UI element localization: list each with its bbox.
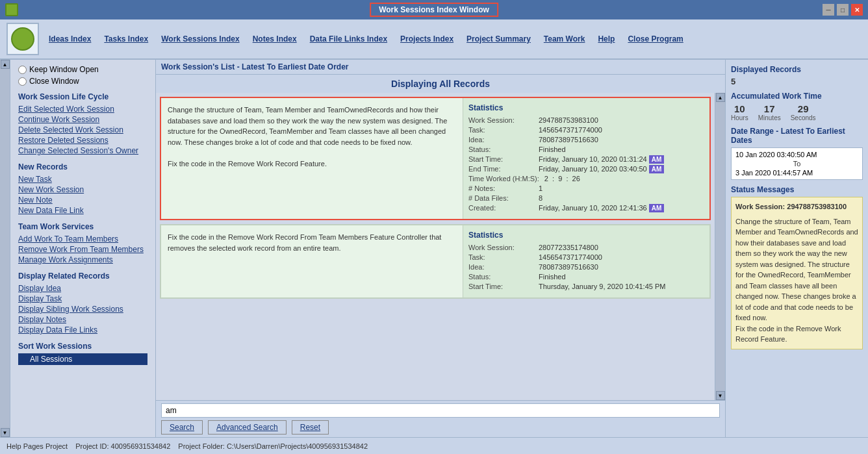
all-sessions-item[interactable]: All Sessions	[18, 353, 147, 365]
window-title: Work Sessions Index Window	[370, 3, 498, 17]
sidebar: Keep Window Open Close Window Work Sessi…	[10, 60, 156, 370]
record-card-2[interactable]: Fix the code in the Remove Work Record F…	[160, 224, 711, 299]
status-project: Help Pages Project	[6, 442, 68, 450]
reset-button[interactable]: Reset	[292, 420, 329, 435]
nav-links: Ideas Index Tasks Index Work Sessions In…	[49, 34, 683, 44]
close-window-radio[interactable]	[18, 77, 27, 86]
nav-work-sessions-index[interactable]: Work Sessions Index	[161, 34, 240, 44]
edit-selected-work-session[interactable]: Edit Selected Work Session	[18, 104, 147, 114]
record-stats-1: Statistics Work Session: 294788753983100…	[463, 98, 709, 219]
sidebar-scroll-down[interactable]: ▼	[1, 428, 10, 437]
status-message-text: Change the structure of Team, Team Membe…	[735, 216, 858, 345]
end-am-badge-1: AM	[649, 165, 665, 173]
date-range-title: Date Range - Latest To Earliest Dates	[731, 127, 863, 145]
status-project-folder: Project Folder: C:\Users\Darren\Projects…	[178, 442, 368, 450]
nav-close-program[interactable]: Close Program	[628, 34, 683, 44]
date-to-value: 3 Jan 2020 01:44:57 AM	[735, 169, 858, 177]
new-task[interactable]: New Task	[18, 174, 147, 184]
records-container: ▲ ▼ Change the structure of Team, Team M…	[156, 93, 725, 400]
stats-notes-1: # Notes: 1	[468, 184, 704, 192]
all-sessions-radio-indicator	[21, 356, 27, 362]
stats-start-time-2: Start Time: Thursday, January 9, 2020 10…	[468, 283, 704, 290]
close-window-option[interactable]: Close Window	[18, 77, 147, 86]
search-buttons: Search Advanced Search Reset	[161, 420, 720, 435]
stats-data-files-1: # Data Files: 8	[468, 194, 704, 202]
hours-stat: 10 Hours	[731, 103, 748, 121]
nav-tasks-index[interactable]: Tasks Index	[104, 34, 148, 44]
nav-help[interactable]: Help	[598, 34, 615, 44]
new-work-session[interactable]: New Work Session	[18, 184, 147, 195]
status-project-id: Project ID: 400956931534842	[75, 442, 170, 450]
content-title: Displaying All Records	[156, 75, 725, 93]
app-icon	[5, 3, 18, 16]
stats-work-session-2: Work Session: 280772335174800	[468, 244, 704, 251]
display-notes[interactable]: Display Notes	[18, 314, 147, 325]
nav-project-summary[interactable]: Project Summary	[466, 34, 531, 44]
records-scrollbar: ▲ ▼	[715, 93, 725, 400]
start-am-badge-1: AM	[649, 155, 665, 164]
stats-idea-1: Idea: 780873897516630	[468, 136, 704, 144]
records-scroll-down[interactable]: ▼	[716, 391, 725, 400]
manage-work-assignments[interactable]: Manage Work Assignments	[18, 255, 147, 265]
nav-ideas-index[interactable]: Ideas Index	[49, 34, 91, 44]
status-bar: Help Pages Project Project ID: 400956931…	[0, 437, 868, 454]
add-work-to-team-members[interactable]: Add Work To Team Members	[18, 234, 147, 244]
sidebar-scroll-up[interactable]: ▲	[1, 60, 10, 69]
display-data-file-links[interactable]: Display Data File Links	[18, 325, 147, 335]
record-description-2: Fix the code in the Remove Work Record F…	[161, 225, 463, 297]
main-layout: ▲ ▼ Keep Window Open Close Window Work S…	[0, 60, 868, 437]
stats-start-time-1: Start Time: Friday, January 10, 2020 01:…	[468, 155, 704, 163]
search-input[interactable]	[161, 403, 720, 418]
stats-end-time-1: End Time: Friday, January 10, 2020 03:40…	[468, 165, 704, 173]
displayed-records-value: 5	[731, 77, 863, 86]
nav-bar: Ideas Index Tasks Index Work Sessions In…	[0, 19, 868, 60]
delete-selected-work-session[interactable]: Delete Selected Work Session	[18, 125, 147, 135]
advanced-search-button[interactable]: Advanced Search	[208, 420, 287, 435]
stats-title-1: Statistics	[468, 103, 704, 112]
work-session-life-cycle-title: Work Session Life Cycle	[18, 92, 147, 101]
stats-created-1: Created: Friday, January 10, 2020 12:41:…	[468, 204, 704, 212]
seconds-stat: 29 Seconds	[791, 103, 816, 121]
nav-team-work[interactable]: Team Work	[544, 34, 585, 44]
search-input-row	[161, 403, 720, 418]
record-description-1: Change the structure of Team, Team Membe…	[161, 98, 463, 219]
center-content: Work Session's List - Latest To Earliest…	[156, 60, 725, 437]
record-card-1[interactable]: Change the structure of Team, Team Membe…	[160, 97, 711, 220]
maximize-button[interactable]: □	[837, 4, 849, 16]
keep-window-open-radio[interactable]	[18, 66, 27, 74]
new-data-file-link[interactable]: New Data File Link	[18, 205, 147, 216]
title-bar: Work Sessions Index Window ─ □ ✕	[0, 0, 868, 19]
logo-icon	[11, 27, 34, 51]
nav-projects-index[interactable]: Projects Index	[400, 34, 453, 44]
status-messages-title: Status Messages	[731, 185, 863, 194]
nav-notes-index[interactable]: Notes Index	[253, 34, 297, 44]
stats-status-1: Status: Finished	[468, 145, 704, 153]
restore-deleted-sessions[interactable]: Restore Deleted Sessions	[18, 135, 147, 145]
search-button[interactable]: Search	[161, 420, 203, 435]
search-bar: Search Advanced Search Reset	[156, 400, 725, 437]
keep-window-open-option[interactable]: Keep Window Open	[18, 65, 147, 74]
minutes-stat: 17 Minutes	[758, 103, 781, 121]
display-task[interactable]: Display Task	[18, 294, 147, 304]
display-idea[interactable]: Display Idea	[18, 283, 147, 294]
display-related-records-title: Display Related Records	[18, 271, 147, 281]
stats-task-1: Task: 1456547371774000	[468, 126, 704, 134]
new-note[interactable]: New Note	[18, 195, 147, 205]
nav-data-file-links-index[interactable]: Data File Links Index	[310, 34, 387, 44]
records-scroll-up[interactable]: ▲	[716, 93, 725, 102]
date-from: 10 Jan 2020 03:40:50 AM	[735, 151, 858, 158]
window-controls: ─ □ ✕	[823, 4, 863, 16]
record-stats-2: Statistics Work Session: 280772335174800…	[463, 225, 709, 297]
display-sibling-work-sessions[interactable]: Display Sibling Work Sessions	[18, 304, 147, 314]
stats-task-2: Task: 1456547371774000	[468, 253, 704, 261]
close-window-button[interactable]: ✕	[851, 4, 863, 16]
change-selected-session-owner[interactable]: Change Selected Session's Owner	[18, 145, 147, 156]
minimize-button[interactable]: ─	[823, 4, 834, 16]
remove-work-from-team-members[interactable]: Remove Work From Team Members	[18, 244, 147, 255]
created-am-badge-1: AM	[649, 204, 665, 212]
stats-status-2: Status: Finished	[468, 273, 704, 281]
status-messages-box: Work Session: 294788753983100 Change the…	[731, 197, 863, 349]
continue-work-session[interactable]: Continue Work Session	[18, 114, 147, 125]
records-list: Change the structure of Team, Team Membe…	[156, 93, 725, 400]
stats-idea-2: Idea: 780873897516630	[468, 263, 704, 271]
